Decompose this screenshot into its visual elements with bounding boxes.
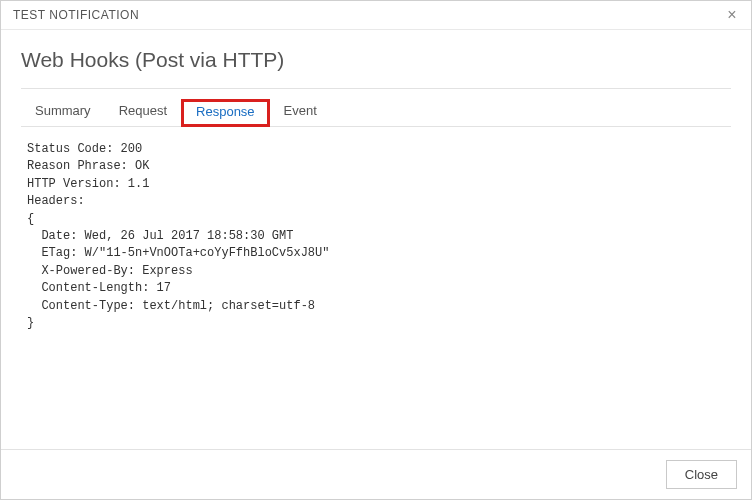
dialog-footer: Close [1,449,751,499]
close-button[interactable]: Close [666,460,737,489]
tab-request[interactable]: Request [105,99,181,126]
close-icon[interactable]: × [723,7,741,23]
window-title: TEST NOTIFICATION [13,8,139,22]
divider [21,88,731,89]
tab-response[interactable]: Response [181,99,270,127]
response-body: Status Code: 200 Reason Phrase: OK HTTP … [21,127,731,417]
dialog-content: Web Hooks (Post via HTTP) Summary Reques… [1,30,751,417]
tab-summary[interactable]: Summary [21,99,105,126]
tab-event[interactable]: Event [270,99,331,126]
titlebar: TEST NOTIFICATION × [1,1,751,30]
page-title: Web Hooks (Post via HTTP) [21,44,731,88]
tab-bar: Summary Request Response Event [21,99,731,127]
